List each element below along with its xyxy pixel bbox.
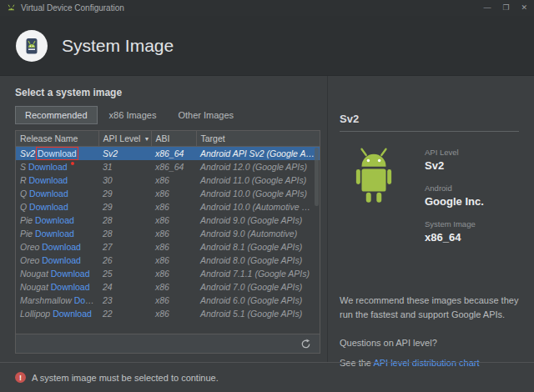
- release-name: R: [20, 175, 27, 185]
- release-name-cell: Pie Download: [16, 227, 98, 240]
- download-link[interactable]: Download: [53, 309, 92, 319]
- api-level-cell: 28: [98, 214, 151, 227]
- download-link[interactable]: Download: [29, 202, 68, 212]
- release-name-cell: Lollipop Download: [16, 307, 98, 320]
- release-name-cell: Nougat Download: [16, 267, 98, 280]
- table-row[interactable]: S Download31x86_64Android 12.0 (Google A…: [16, 160, 320, 173]
- target-cell: Android 10.0 (Google APIs): [196, 187, 320, 200]
- release-name: Sv2: [20, 148, 35, 158]
- column-header-api-level[interactable]: API Level▼: [98, 131, 151, 147]
- system-image-table-body: Sv2 DownloadSv2x86_64Android API Sv2 (Go…: [16, 147, 320, 321]
- release-name: Q: [20, 202, 27, 212]
- close-button-icon[interactable]: ✕: [521, 4, 527, 12]
- target-cell: Android 6.0 (Google APIs): [196, 294, 320, 307]
- release-name-cell: Oreo Download: [16, 254, 98, 267]
- release-name-cell: Q Download: [16, 187, 98, 200]
- target-cell: Android 10.0 (Automotive wit...: [196, 200, 320, 214]
- download-link[interactable]: Download: [51, 282, 90, 292]
- abi-cell: x86: [151, 173, 196, 187]
- release-name: S: [20, 162, 26, 172]
- api-level-cell: 28: [98, 227, 151, 240]
- window-title: Virtual Device Configuration: [21, 3, 124, 13]
- api-level-question: Questions on API level?: [340, 338, 519, 348]
- api-level-cell: 25: [98, 267, 151, 280]
- table-row[interactable]: R Download30x86Android 11.0 (Google APIs…: [16, 173, 320, 187]
- table-row[interactable]: Nougat Download25x86Android 7.1.1 (Googl…: [16, 267, 320, 280]
- api-level-label: API Level: [425, 148, 484, 157]
- download-link[interactable]: Download: [42, 242, 81, 252]
- tab-x86-images[interactable]: x86 Images: [99, 106, 167, 124]
- table-row[interactable]: Oreo Download26x86Android 8.0 (Google AP…: [16, 254, 320, 267]
- table-header-row: Release Name API Level▼ ABI Target: [16, 131, 320, 147]
- red-marker-dot: [71, 162, 74, 165]
- refresh-button[interactable]: [297, 337, 314, 351]
- download-link[interactable]: Download: [42, 255, 81, 265]
- android-studio-icon: [7, 3, 16, 13]
- release-name-cell: R Download: [16, 173, 98, 187]
- column-header-release-name[interactable]: Release Name: [16, 131, 98, 147]
- abi-cell: x86: [151, 227, 196, 240]
- download-link[interactable]: Download: [29, 175, 68, 185]
- target-cell: Android 9.0 (Google APIs): [196, 214, 320, 227]
- release-name: Lollipop: [20, 309, 50, 319]
- system-image-table: Release Name API Level▼ ABI Target Sv2 D…: [15, 130, 320, 334]
- abi-cell: x86: [151, 187, 196, 200]
- virtual-device-configuration-dialog: Virtual Device Configuration — ❐ ✕ Syste…: [0, 0, 534, 392]
- validation-footer: ! A system image must be selected to con…: [0, 362, 534, 392]
- refresh-icon: [300, 339, 311, 349]
- abi-cell: x86: [151, 280, 196, 294]
- download-link[interactable]: Download: [35, 229, 74, 239]
- api-level-cell: 24: [98, 280, 151, 294]
- vendor-value: Google Inc.: [425, 195, 484, 208]
- tab-recommended[interactable]: Recommended: [15, 106, 98, 124]
- table-row[interactable]: Oreo Download27x86Android 8.1 (Google AP…: [16, 240, 320, 254]
- release-name: Nougat: [20, 282, 48, 292]
- table-row[interactable]: Pie Download28x86Android 9.0 (Google API…: [16, 214, 320, 227]
- release-name: Oreo: [20, 255, 39, 265]
- column-header-abi[interactable]: ABI: [151, 131, 196, 147]
- maximize-button-icon[interactable]: ❐: [502, 4, 509, 12]
- release-name-cell: Marshmallow Download: [16, 294, 98, 307]
- abi-cell: x86: [151, 267, 196, 280]
- release-name: Marshmallow: [20, 295, 72, 305]
- table-row[interactable]: Marshmallow Download23x86Android 6.0 (Go…: [16, 294, 320, 307]
- image-tabs: Recommended x86 Images Other Images: [15, 106, 320, 124]
- table-row[interactable]: Q Download29x86Android 10.0 (Automotive …: [16, 200, 320, 214]
- api-level-cell: 30: [98, 173, 151, 187]
- table-scrollbar-thumb[interactable]: [315, 148, 319, 206]
- image-properties: API Level Sv2 Android Google Inc. System…: [425, 146, 484, 255]
- titlebar: Virtual Device Configuration — ❐ ✕: [0, 0, 534, 16]
- download-link[interactable]: Download: [28, 162, 68, 172]
- column-header-target[interactable]: Target: [196, 131, 320, 147]
- table-row[interactable]: Nougat Download24x86Android 7.0 (Google …: [16, 280, 320, 294]
- download-link[interactable]: Download: [29, 188, 68, 199]
- api-level-cell: 22: [98, 307, 151, 320]
- abi-cell: x86: [151, 294, 196, 307]
- tab-other-images[interactable]: Other Images: [168, 106, 244, 124]
- target-cell: Android 7.1.1 (Google APIs): [196, 267, 320, 280]
- api-level-cell: 26: [98, 254, 151, 267]
- abi-cell: x86: [151, 307, 196, 320]
- table-row[interactable]: Lollipop Download22x86Android 5.1 (Googl…: [16, 307, 320, 320]
- release-name: Nougat: [20, 269, 48, 279]
- download-link[interactable]: Download: [35, 215, 74, 225]
- target-cell: Android 5.1 (Google APIs): [196, 307, 320, 320]
- validation-message: A system image must be selected to conti…: [32, 373, 219, 383]
- download-link[interactable]: Download: [74, 295, 98, 305]
- release-name: Pie: [20, 215, 33, 225]
- avd-manager-icon: [16, 30, 48, 62]
- download-link[interactable]: Download: [51, 269, 90, 279]
- table-toolbar: [15, 334, 320, 354]
- table-row[interactable]: Q Download29x86Android 10.0 (Google APIs…: [16, 187, 320, 200]
- abi-cell: x86: [151, 214, 196, 227]
- target-cell: Android 7.0 (Google APIs): [196, 280, 320, 294]
- api-level-cell: 29: [98, 187, 151, 200]
- target-cell: Android API Sv2 (Google APIs): [196, 147, 320, 161]
- table-row[interactable]: Pie Download28x86Android 9.0 (Automotive…: [16, 227, 320, 240]
- abi-cell: x86_64: [151, 160, 196, 173]
- table-row[interactable]: Sv2 DownloadSv2x86_64Android API Sv2 (Go…: [16, 147, 320, 161]
- target-cell: Android 9.0 (Automotive): [196, 227, 320, 240]
- download-link[interactable]: Download: [38, 148, 77, 158]
- minimize-button-icon[interactable]: —: [483, 4, 491, 12]
- detail-title: Sv2: [340, 113, 519, 132]
